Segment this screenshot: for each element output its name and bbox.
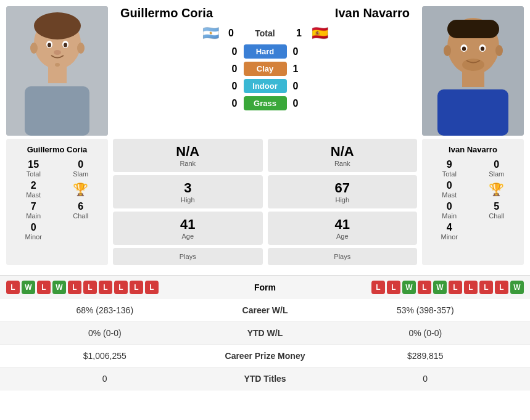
left-minor-lbl: Minor xyxy=(12,233,55,241)
right-plays-card: Plays xyxy=(268,248,418,265)
form-badge-left: L xyxy=(68,281,81,294)
left-age-lbl: Age xyxy=(118,233,258,240)
right-plays-lbl: Plays xyxy=(273,253,413,260)
total-label: Total xyxy=(244,28,287,38)
svg-point-10 xyxy=(30,43,38,54)
svg-point-20 xyxy=(462,47,466,51)
form-section: LWLWLLLLLL Form LLWLWLLLLW xyxy=(0,275,530,299)
total-right: 1 xyxy=(293,28,305,39)
left-player-photo xyxy=(6,6,108,136)
career-stats-section: 68% (283-136) Career W/L 53% (398-357) 0… xyxy=(0,299,530,390)
prize-left: $1,006,255 xyxy=(6,351,204,361)
right-inner-stats: N/A Rank 67 High 41 Age Plays xyxy=(268,139,418,265)
svg-rect-4 xyxy=(48,65,67,83)
right-mast-num: 0 xyxy=(428,180,471,191)
form-badge-right: L xyxy=(495,281,508,294)
indoor-row: 0 Indoor 0 xyxy=(108,79,422,93)
left-slam-cell: 0 Slam xyxy=(60,159,102,178)
svg-point-2 xyxy=(34,12,81,39)
left-player-card: Guillermo Coria 15 Total 0 Slam 2 Mast 🏆… xyxy=(6,139,108,265)
ytd-wl-left: 0% (0-0) xyxy=(6,328,204,338)
right-minor-cell: 4 Minor xyxy=(428,222,471,241)
right-total-num: 9 xyxy=(428,159,471,170)
svg-rect-15 xyxy=(447,20,499,38)
clay-badge: Clay xyxy=(244,62,287,76)
left-high-lbl: High xyxy=(118,196,258,204)
left-plays-lbl: Plays xyxy=(118,253,258,260)
svg-point-9 xyxy=(54,50,61,55)
form-badge-left: W xyxy=(52,281,66,294)
ytd-wl-right: 0% (0-0) xyxy=(327,328,524,338)
hard-row: 0 Hard 0 xyxy=(108,44,422,59)
form-badge-right: L xyxy=(387,281,400,294)
top-area: Guillermo Coria Ivan Navarro 🇦🇷 0 Total … xyxy=(0,0,530,139)
right-slam-num: 0 xyxy=(476,159,518,170)
ytd-titles-right: 0 xyxy=(327,374,524,384)
left-mast-num: 2 xyxy=(12,180,55,191)
form-badge-right: W xyxy=(510,281,524,294)
right-total-lbl: Total xyxy=(428,170,471,178)
left-flag: 🇦🇷 xyxy=(202,25,219,41)
stats-cards-area: Guillermo Coria 15 Total 0 Slam 2 Mast 🏆… xyxy=(0,139,530,270)
form-badge-left: L xyxy=(114,281,128,294)
right-player-photo xyxy=(422,6,524,136)
player-names-row: Guillermo Coria Ivan Navarro xyxy=(108,6,422,20)
left-main-cell: 7 Main xyxy=(12,201,55,220)
left-age-card: 41 Age xyxy=(113,212,263,245)
right-mast-lbl: Mast xyxy=(428,191,471,199)
right-main-lbl: Main xyxy=(428,212,471,220)
middle-section: Guillermo Coria Ivan Navarro 🇦🇷 0 Total … xyxy=(108,6,422,136)
right-rank-num: N/A xyxy=(273,144,413,160)
form-badge-right: L xyxy=(449,281,462,294)
clay-right: 1 xyxy=(293,64,342,75)
left-trophy: 🏆 xyxy=(60,180,102,199)
right-form-badges: LLWLWLLLLW xyxy=(315,281,524,294)
ytd-wl-row: 0% (0-0) YTD W/L 0% (0-0) xyxy=(0,322,530,345)
left-total-cell: 15 Total xyxy=(12,159,55,178)
left-card-name: Guillermo Coria xyxy=(12,145,102,154)
left-stats-grid: 15 Total 0 Slam 2 Mast 🏆 7 Main 6 xyxy=(12,159,102,241)
svg-point-7 xyxy=(48,43,51,47)
career-wl-right: 53% (398-357) xyxy=(327,305,524,315)
clay-left: 0 xyxy=(188,64,238,75)
right-stats-grid: 9 Total 0 Slam 0 Mast 🏆 0 Main 5 xyxy=(428,159,518,241)
left-inner-stats: N/A Rank 3 High 41 Age Plays xyxy=(113,139,263,265)
right-total-cell: 9 Total xyxy=(428,159,471,178)
right-rank-lbl: Rank xyxy=(273,160,413,167)
svg-point-8 xyxy=(64,43,67,47)
grass-left: 0 xyxy=(188,98,238,109)
career-wl-row: 68% (283-136) Career W/L 53% (398-357) xyxy=(0,299,530,322)
left-slam-num: 0 xyxy=(60,159,102,170)
left-minor-num: 0 xyxy=(12,222,55,233)
left-slam-lbl: Slam xyxy=(60,170,102,178)
ytd-titles-label: YTD Titles xyxy=(204,374,327,384)
left-age-num: 41 xyxy=(118,216,258,233)
clay-row: 0 Clay 1 xyxy=(108,62,422,76)
prize-label: Career Prize Money xyxy=(204,351,327,361)
ytd-titles-row: 0 YTD Titles 0 xyxy=(0,368,530,390)
form-badge-left: L xyxy=(145,281,159,294)
right-slam-lbl: Slam xyxy=(476,170,518,178)
left-total-lbl: Total xyxy=(12,170,55,178)
left-chall-lbl: Chall xyxy=(60,212,102,220)
left-rank-card: N/A Rank xyxy=(113,139,263,172)
right-age-card: 41 Age xyxy=(268,212,418,245)
form-badge-right: W xyxy=(433,281,447,294)
grass-right: 0 xyxy=(293,98,342,109)
svg-rect-16 xyxy=(437,89,508,136)
left-total-num: 15 xyxy=(12,159,55,170)
left-rank-lbl: Rank xyxy=(118,160,258,167)
left-form-badges: LWLWLLLLLL xyxy=(6,281,216,294)
left-high-num: 3 xyxy=(118,180,258,196)
indoor-right: 0 xyxy=(293,81,342,92)
svg-point-21 xyxy=(481,47,484,51)
indoor-left: 0 xyxy=(188,81,238,92)
svg-point-11 xyxy=(77,43,85,54)
right-age-num: 41 xyxy=(273,216,413,233)
form-badge-right: L xyxy=(418,281,431,294)
right-chall-num: 5 xyxy=(476,201,518,212)
svg-point-12 xyxy=(55,63,60,67)
hard-right: 0 xyxy=(293,46,342,57)
right-rank-card: N/A Rank xyxy=(268,139,418,172)
form-badge-left: L xyxy=(130,281,143,294)
